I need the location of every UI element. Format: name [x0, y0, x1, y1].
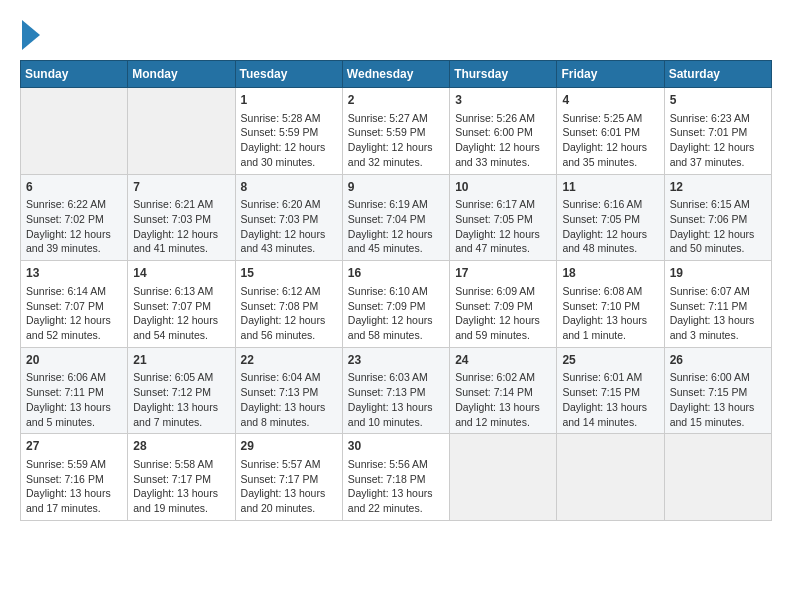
calendar-week-row: 6Sunrise: 6:22 AMSunset: 7:02 PMDaylight…	[21, 174, 772, 261]
col-sunday: Sunday	[21, 61, 128, 88]
day-number: 16	[348, 265, 444, 282]
sunrise-text: Sunrise: 6:01 AM	[562, 370, 658, 385]
daylight-text: Daylight: 12 hours and 47 minutes.	[455, 227, 551, 256]
daylight-text: Daylight: 12 hours and 50 minutes.	[670, 227, 766, 256]
sunset-text: Sunset: 7:05 PM	[455, 212, 551, 227]
sunset-text: Sunset: 7:03 PM	[241, 212, 337, 227]
daylight-text: Daylight: 12 hours and 30 minutes.	[241, 140, 337, 169]
svg-marker-0	[22, 20, 40, 50]
sunrise-text: Sunrise: 6:16 AM	[562, 197, 658, 212]
sunrise-text: Sunrise: 6:10 AM	[348, 284, 444, 299]
col-thursday: Thursday	[450, 61, 557, 88]
daylight-text: Daylight: 13 hours and 3 minutes.	[670, 313, 766, 342]
sunset-text: Sunset: 7:03 PM	[133, 212, 229, 227]
day-number: 15	[241, 265, 337, 282]
sunrise-text: Sunrise: 6:20 AM	[241, 197, 337, 212]
sunrise-text: Sunrise: 5:25 AM	[562, 111, 658, 126]
calendar-cell: 19Sunrise: 6:07 AMSunset: 7:11 PMDayligh…	[664, 261, 771, 348]
calendar-cell: 1Sunrise: 5:28 AMSunset: 5:59 PMDaylight…	[235, 88, 342, 175]
logo-icon	[22, 20, 40, 50]
daylight-text: Daylight: 13 hours and 7 minutes.	[133, 400, 229, 429]
sunset-text: Sunset: 7:04 PM	[348, 212, 444, 227]
day-number: 29	[241, 438, 337, 455]
sunrise-text: Sunrise: 5:58 AM	[133, 457, 229, 472]
sunrise-text: Sunrise: 6:08 AM	[562, 284, 658, 299]
daylight-text: Daylight: 12 hours and 41 minutes.	[133, 227, 229, 256]
daylight-text: Daylight: 12 hours and 37 minutes.	[670, 140, 766, 169]
sunset-text: Sunset: 7:14 PM	[455, 385, 551, 400]
calendar-cell: 13Sunrise: 6:14 AMSunset: 7:07 PMDayligh…	[21, 261, 128, 348]
sunset-text: Sunset: 7:06 PM	[670, 212, 766, 227]
logo	[20, 20, 40, 50]
day-number: 8	[241, 179, 337, 196]
sunrise-text: Sunrise: 6:13 AM	[133, 284, 229, 299]
day-number: 5	[670, 92, 766, 109]
calendar-cell: 28Sunrise: 5:58 AMSunset: 7:17 PMDayligh…	[128, 434, 235, 521]
sunrise-text: Sunrise: 6:02 AM	[455, 370, 551, 385]
calendar-cell: 2Sunrise: 5:27 AMSunset: 5:59 PMDaylight…	[342, 88, 449, 175]
calendar-cell	[128, 88, 235, 175]
sunset-text: Sunset: 7:05 PM	[562, 212, 658, 227]
sunrise-text: Sunrise: 6:12 AM	[241, 284, 337, 299]
sunset-text: Sunset: 7:17 PM	[133, 472, 229, 487]
day-number: 1	[241, 92, 337, 109]
calendar-week-row: 27Sunrise: 5:59 AMSunset: 7:16 PMDayligh…	[21, 434, 772, 521]
daylight-text: Daylight: 13 hours and 8 minutes.	[241, 400, 337, 429]
day-number: 30	[348, 438, 444, 455]
calendar-cell: 10Sunrise: 6:17 AMSunset: 7:05 PMDayligh…	[450, 174, 557, 261]
col-saturday: Saturday	[664, 61, 771, 88]
calendar-week-row: 1Sunrise: 5:28 AMSunset: 5:59 PMDaylight…	[21, 88, 772, 175]
sunset-text: Sunset: 7:15 PM	[670, 385, 766, 400]
day-number: 24	[455, 352, 551, 369]
calendar-cell: 9Sunrise: 6:19 AMSunset: 7:04 PMDaylight…	[342, 174, 449, 261]
calendar-cell: 12Sunrise: 6:15 AMSunset: 7:06 PMDayligh…	[664, 174, 771, 261]
daylight-text: Daylight: 13 hours and 1 minute.	[562, 313, 658, 342]
daylight-text: Daylight: 12 hours and 33 minutes.	[455, 140, 551, 169]
daylight-text: Daylight: 12 hours and 59 minutes.	[455, 313, 551, 342]
day-number: 6	[26, 179, 122, 196]
calendar-cell: 23Sunrise: 6:03 AMSunset: 7:13 PMDayligh…	[342, 347, 449, 434]
day-number: 4	[562, 92, 658, 109]
day-number: 13	[26, 265, 122, 282]
daylight-text: Daylight: 12 hours and 39 minutes.	[26, 227, 122, 256]
calendar-cell: 15Sunrise: 6:12 AMSunset: 7:08 PMDayligh…	[235, 261, 342, 348]
sunset-text: Sunset: 7:02 PM	[26, 212, 122, 227]
day-number: 28	[133, 438, 229, 455]
daylight-text: Daylight: 12 hours and 43 minutes.	[241, 227, 337, 256]
daylight-text: Daylight: 13 hours and 15 minutes.	[670, 400, 766, 429]
calendar-week-row: 13Sunrise: 6:14 AMSunset: 7:07 PMDayligh…	[21, 261, 772, 348]
daylight-text: Daylight: 12 hours and 45 minutes.	[348, 227, 444, 256]
day-number: 3	[455, 92, 551, 109]
sunrise-text: Sunrise: 6:22 AM	[26, 197, 122, 212]
sunrise-text: Sunrise: 6:06 AM	[26, 370, 122, 385]
sunrise-text: Sunrise: 6:15 AM	[670, 197, 766, 212]
sunrise-text: Sunrise: 6:04 AM	[241, 370, 337, 385]
sunset-text: Sunset: 7:18 PM	[348, 472, 444, 487]
sunset-text: Sunset: 7:15 PM	[562, 385, 658, 400]
day-number: 27	[26, 438, 122, 455]
calendar-cell: 11Sunrise: 6:16 AMSunset: 7:05 PMDayligh…	[557, 174, 664, 261]
calendar-cell	[664, 434, 771, 521]
calendar-cell: 24Sunrise: 6:02 AMSunset: 7:14 PMDayligh…	[450, 347, 557, 434]
calendar-cell: 17Sunrise: 6:09 AMSunset: 7:09 PMDayligh…	[450, 261, 557, 348]
day-number: 18	[562, 265, 658, 282]
calendar-cell: 4Sunrise: 5:25 AMSunset: 6:01 PMDaylight…	[557, 88, 664, 175]
sunset-text: Sunset: 6:01 PM	[562, 125, 658, 140]
col-friday: Friday	[557, 61, 664, 88]
sunset-text: Sunset: 7:10 PM	[562, 299, 658, 314]
calendar-cell: 16Sunrise: 6:10 AMSunset: 7:09 PMDayligh…	[342, 261, 449, 348]
daylight-text: Daylight: 12 hours and 52 minutes.	[26, 313, 122, 342]
page-header	[20, 20, 772, 50]
calendar-cell: 7Sunrise: 6:21 AMSunset: 7:03 PMDaylight…	[128, 174, 235, 261]
sunrise-text: Sunrise: 6:23 AM	[670, 111, 766, 126]
calendar-cell: 20Sunrise: 6:06 AMSunset: 7:11 PMDayligh…	[21, 347, 128, 434]
col-monday: Monday	[128, 61, 235, 88]
sunset-text: Sunset: 7:07 PM	[26, 299, 122, 314]
sunrise-text: Sunrise: 6:00 AM	[670, 370, 766, 385]
calendar-cell: 14Sunrise: 6:13 AMSunset: 7:07 PMDayligh…	[128, 261, 235, 348]
calendar-cell: 29Sunrise: 5:57 AMSunset: 7:17 PMDayligh…	[235, 434, 342, 521]
daylight-text: Daylight: 13 hours and 17 minutes.	[26, 486, 122, 515]
sunrise-text: Sunrise: 6:19 AM	[348, 197, 444, 212]
day-number: 19	[670, 265, 766, 282]
calendar-cell: 30Sunrise: 5:56 AMSunset: 7:18 PMDayligh…	[342, 434, 449, 521]
